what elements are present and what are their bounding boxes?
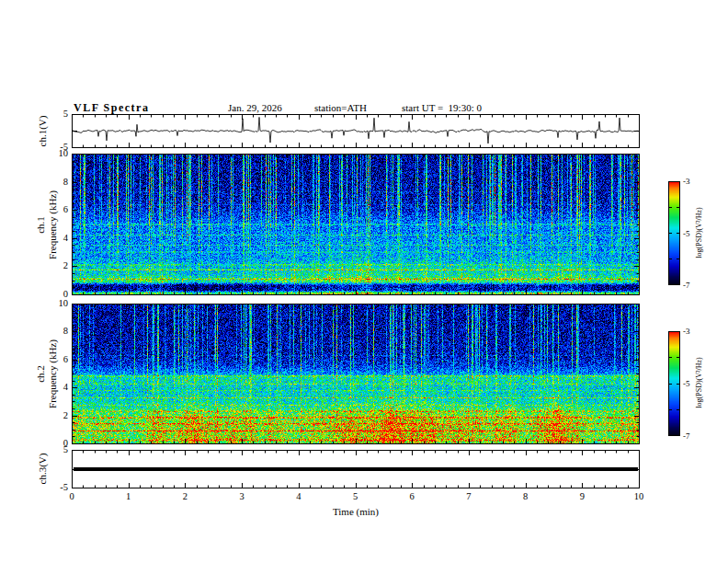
figure-title: VLF Spectra <box>74 101 149 115</box>
y-tick-label: 4 <box>46 233 68 243</box>
y-tick-label: 6 <box>46 354 68 364</box>
colorbar-tick-label: -5 <box>683 229 701 238</box>
y-tick-label: 10 <box>46 298 68 308</box>
x-axis-title: Time (min) <box>72 506 640 517</box>
colorbar-tick-label: -3 <box>683 327 701 336</box>
x-tick-label: 4 <box>290 491 308 501</box>
y-tick-label: -5 <box>46 482 68 492</box>
y-tick-label: 6 <box>46 204 68 214</box>
y-tick-label: 2 <box>46 260 68 270</box>
x-tick-label: 1 <box>119 491 138 501</box>
x-tick-label: 8 <box>517 491 535 501</box>
x-tick-label: 5 <box>347 491 365 501</box>
y-tick-label: 4 <box>46 382 68 392</box>
colorbar-tick-label: -7 <box>683 281 701 290</box>
colorbar-tick-label: -5 <box>683 379 701 388</box>
x-tick-label: 9 <box>573 491 591 501</box>
ch1-voltage-panel <box>72 114 640 148</box>
x-tick-label: 3 <box>233 491 251 501</box>
colorbar-tick-label: -3 <box>683 177 701 186</box>
vlf-spectra-figure: VLF Spectra Jan. 29, 2026 station=ATH st… <box>0 0 728 563</box>
ch2-colorbar <box>668 331 680 436</box>
x-tick-label: 2 <box>176 491 194 501</box>
ch3-voltage-waveform-canvas <box>72 450 640 488</box>
figure-station: station=ATH <box>314 102 367 113</box>
colorbar-tick-label: -7 <box>683 431 701 441</box>
ch2-spectrogram-ylabel-channel: ch.2 <box>35 347 47 402</box>
ch2-colorbar-canvas <box>668 331 680 436</box>
x-tick-label: 6 <box>403 491 421 501</box>
y-tick-label: 5 <box>46 109 68 119</box>
ch1-spectrogram-ylabel-channel: ch.1 <box>35 198 47 253</box>
ch1-spectrogram-canvas <box>72 154 640 295</box>
y-tick-label: 2 <box>46 410 68 420</box>
figure-date: Jan. 29, 2026 <box>228 102 282 113</box>
x-tick-label: 0 <box>63 491 81 501</box>
figure-start-ut: start UT = 19:30: 0 <box>402 102 482 113</box>
ch3-voltage-panel <box>72 450 640 488</box>
ch1-spectrogram-panel <box>72 154 640 295</box>
ch1-colorbar-canvas <box>668 181 680 285</box>
y-tick-label: 5 <box>46 444 68 454</box>
x-tick-label: 10 <box>630 491 648 501</box>
ch1-colorbar <box>668 181 680 285</box>
ch1-voltage-waveform-canvas <box>72 114 640 148</box>
y-tick-label: 10 <box>46 148 68 158</box>
ch2-spectrogram-canvas <box>72 304 640 444</box>
y-tick-label: 8 <box>46 326 68 336</box>
ch2-spectrogram-panel <box>72 304 640 444</box>
y-tick-label: 8 <box>46 177 68 187</box>
x-tick-label: 7 <box>460 491 478 501</box>
